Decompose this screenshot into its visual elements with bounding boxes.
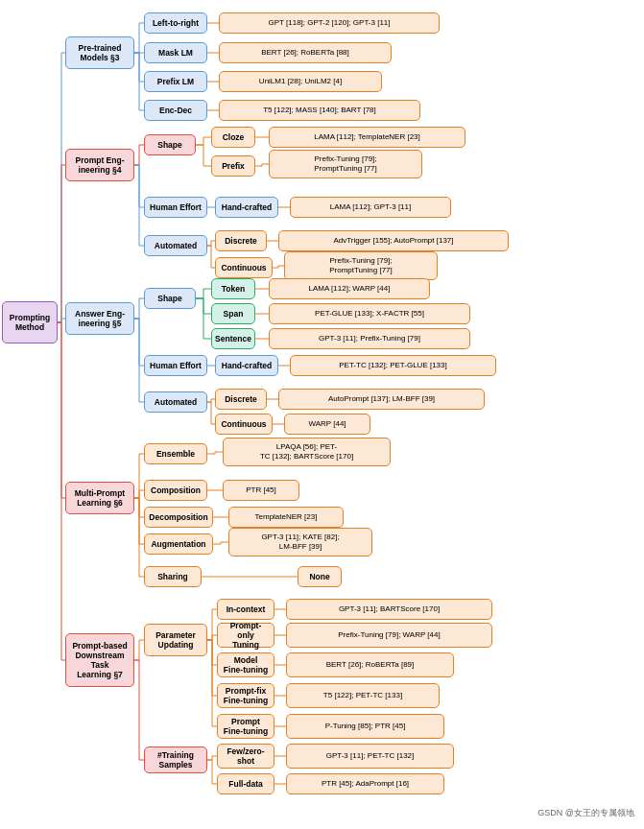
- uniml-prefix: UniLM1 [28]; UniLM2 [4]: [219, 71, 382, 92]
- ptr-adda-full: PTR [45]; AdaPrompt [16]: [286, 773, 444, 794]
- prompt-fix-fine-tuning: Prompt-fix Fine-tuning: [217, 683, 274, 708]
- answer-engineering: Answer Eng- ineering §5: [65, 302, 134, 335]
- continuous-pe: Continuous: [215, 257, 273, 278]
- prompting-method: Prompting Method: [2, 301, 58, 343]
- bert-rob-mft: BERT [26]; RoBERTa [89]: [286, 652, 454, 677]
- enc-dec: Enc-Dec: [144, 100, 207, 121]
- human-effort-pe: Human Effort: [144, 197, 207, 218]
- few-zero-shot: Few/zero- shot: [217, 744, 274, 769]
- t5-enc: T5 [122]; MASS [140]; BART [78]: [219, 100, 420, 121]
- autoprompt-disc-ae: AutoPrompt [137]; LM-BFF [39]: [278, 389, 485, 410]
- human-effort-ae: Human Effort: [144, 355, 207, 376]
- discrete-pe: Discrete: [215, 230, 267, 251]
- diagram-container: Prompting MethodPre-trained Models §3Pro…: [0, 0, 644, 829]
- pet-tc-hc-ae: PET-TC [132]; PET-GLUE [133]: [290, 355, 496, 376]
- prefix-pe: Prefix: [211, 155, 255, 177]
- pet-x-span: PET-GLUE [133]; X-FACTR [55]: [269, 303, 470, 324]
- full-data: Full-data: [217, 773, 274, 794]
- templatener-decomp: TemplateNER [23]: [228, 507, 344, 528]
- adv-auto: AdvTrigger [155]; AutoPrompt [137]: [278, 230, 509, 251]
- lama-warp-token: LAMA [112]; WARP [44]: [269, 278, 430, 299]
- prefix-warp-po: Prefix-Tuning [79]; WARP [44]: [286, 623, 492, 648]
- ensemble: Ensemble: [144, 443, 207, 464]
- training-samples: #Training Samples: [144, 746, 207, 773]
- model-fine-tuning: Model Fine-tuning: [217, 652, 274, 677]
- decomposition: Decomposition: [144, 507, 213, 528]
- in-context: In-context: [217, 599, 274, 620]
- automated-ae: Automated: [144, 391, 207, 413]
- ptuning-ptr-pft: P-Tuning [85]; PTR [45]: [286, 714, 444, 739]
- multi-prompt: Multi-Prompt Learning §6: [65, 482, 134, 514]
- gpt3-kate-aug: GPT-3 [11]; KATE [82]; LM-BFF [39]: [228, 528, 372, 557]
- prefix-lm: Prefix LM: [144, 71, 207, 92]
- composition: Composition: [144, 480, 207, 501]
- prompt-downstream: Prompt-based Downstream Task Learning §7: [65, 633, 134, 687]
- span: Span: [211, 303, 255, 324]
- parameter-updating: Parameter Updating: [144, 624, 207, 656]
- sentence: Sentence: [211, 328, 255, 349]
- prompt-engineering: Prompt Eng- ineering §4: [65, 149, 134, 181]
- t5-pet-pff: T5 [122]; PET-TC [133]: [286, 683, 440, 708]
- prefix-cont-pe: Prefix-Tuning [79]; PromptTuning [77]: [284, 251, 438, 280]
- token: Token: [211, 278, 255, 299]
- sharing-none: None: [298, 566, 342, 587]
- mask-lm: Mask LM: [144, 42, 207, 63]
- gpt-ltr: GPT [118]; GPT-2 [120]; GPT-3 [11]: [219, 12, 440, 34]
- augmentation: Augmentation: [144, 533, 213, 555]
- pretrained-models: Pre-trained Models §3: [65, 36, 134, 69]
- discrete-ae: Discrete: [215, 389, 267, 410]
- gpt3-prefix-sentence: GPT-3 [11]; Prefix-Tuning [79]: [269, 328, 470, 349]
- gpt3-bartsc-incontext: GPT-3 [11]; BARTScore [170]: [286, 599, 492, 620]
- gpt3-petc-few: GPT-3 [11]; PET-TC [132]: [286, 744, 454, 769]
- sharing: Sharing: [144, 566, 202, 587]
- bert-mask: BERT [26]; RoBERTa [88]: [219, 42, 392, 63]
- prompt-fine-tuning: Prompt Fine-tuning: [217, 714, 274, 739]
- lpaqa-ensemble: LPAQA [56]; PET- TC [132]; BARTScore [17…: [223, 438, 391, 466]
- automated-pe: Automated: [144, 235, 207, 256]
- cloze: Cloze: [211, 127, 255, 148]
- continuous-ae: Continuous: [215, 414, 273, 435]
- hand-crafted-ae: Hand-crafted: [215, 355, 278, 376]
- lama-gpt3-hc: LAMA [112]; GPT-3 [11]: [290, 197, 451, 218]
- watermark: GSDN @女王的专属领地: [537, 807, 634, 819]
- warp-cont-ae: WARP [44]: [284, 414, 370, 435]
- left-to-right: Left-to-right: [144, 12, 207, 34]
- prefix-tuning-pe: Prefix-Tuning [79]; PromptTuning [77]: [269, 150, 422, 178]
- lama-cloze: LAMA [112]; TemplateNER [23]: [269, 127, 465, 148]
- shape-ae: Shape: [144, 288, 196, 309]
- shape-pe: Shape: [144, 134, 196, 155]
- ptr-composition: PTR [45]: [223, 480, 299, 501]
- hand-crafted-pe: Hand-crafted: [215, 197, 278, 218]
- prompt-only-tuning: Prompt-only Tuning: [217, 623, 274, 648]
